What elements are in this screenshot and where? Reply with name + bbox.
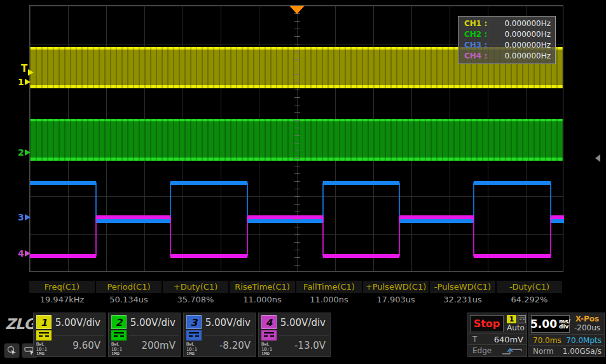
horizontal-position-cell[interactable]: X-Pos -200us [571,314,603,332]
channel-marker-2[interactable]: 2 [18,147,31,158]
measurement-label: -PulseWD(C1) [430,281,495,293]
timebase-block[interactable]: 5.00 ms/div X-Pos -200us 70.0ms 70.0Mpts… [528,313,605,357]
trigger-type-label: Edge [472,346,492,355]
measurement-value: 32.231us [430,293,495,306]
channel-number-badge[interactable]: 4 [261,315,277,329]
channel-offset-value: -13.0V [294,340,326,351]
channel-block-ch1[interactable]: 1BwL10:11MΩ5.00V/div9.60V [33,313,106,357]
measurement-column: +PulseWD(C1)17.903us [363,281,429,306]
sample-rate-value: 1.00GSa/s [563,347,602,356]
measurement-value: 19.947kHz [29,293,95,306]
trigger-position-marker-icon[interactable] [289,6,305,14]
measurement-label: RiseTime(C1) [230,281,295,293]
trigger-level-title: T [472,335,477,344]
channel-marker-number: 2 [18,147,24,158]
channel-probe-info: BwL10:11MΩ [36,342,47,357]
freq-channel-label: CH4 : [464,51,487,62]
channel-number-badge[interactable]: 1 [36,315,52,329]
center-axis-ticks [294,6,300,271]
channel-marker-arrow-icon [25,214,31,220]
sample-info-row: Norm 1.00GSa/s [529,345,604,356]
trigger-mode-label[interactable]: Auto [505,323,527,332]
channel-probe-info: BwL10:11MΩ [111,342,122,357]
dc-coupling-icon [261,330,277,340]
measurement-column: -Duty(C1)64.292% [497,281,562,306]
trigger-level-arrow-icon[interactable] [28,69,34,76]
oscilloscope-screen: T 1234 CH1 :0.000000HzCH2 :0.000000HzCH3… [0,0,606,364]
channel-marker-4[interactable]: 4 [18,248,31,259]
volts-per-div-value: 5.00V/div [205,317,251,328]
freq-channel-value: 0.000000Hz [504,18,551,29]
channel-marker-number: 4 [18,248,24,259]
channel-offset-value: -8.20V [219,340,251,351]
channel-block-divider [54,335,104,336]
freq-channel-label: CH1 : [464,18,487,29]
acquisition-status-badge[interactable]: Stop [470,315,504,332]
volts-per-div-value: 5.00V/div [55,317,100,328]
capture-info-row: 70.0ms 70.0Mpts [529,334,604,345]
channel-marker-3[interactable]: 3 [18,212,31,222]
timebase-scale-box[interactable]: 5.00 ms/div [531,315,570,333]
channel-number-badge[interactable]: 2 [111,315,127,329]
measurement-label: Period(C1) [96,281,162,293]
touch-gesture-button[interactable] [4,343,20,358]
freq-readout-row: CH2 :0.000000Hz [464,29,551,40]
channel-marker-number: 1 [18,77,24,87]
measurement-value: 64.292% [497,293,562,306]
capture-window-value: 70.0ms [533,336,561,345]
measurement-value: 11.000ns [296,293,362,306]
status-bar: ZLG® 1BwL10:11MΩ5.00V/div9.60V2BwL10:11M… [0,309,606,364]
channel-block-divider [204,335,254,336]
trigger-status-block[interactable]: Stop 1 Auto T 640mV Edge [467,313,527,357]
measurement-column: Freq(C1)19.947kHz [29,281,95,306]
channel-probe-info: BwL10:11MΩ [261,342,272,357]
channel-number-badge[interactable]: 3 [186,315,202,329]
channel-block-ch3[interactable]: 3BwL10:11MΩ5.00V/div-8.20V [183,313,256,357]
channel-marker-1[interactable]: 1 [18,77,31,87]
volts-per-div-value: 5.00V/div [280,317,326,328]
freq-readout-row: CH3 :0.000000Hz [464,40,551,51]
trigger-level-value: 640mV [494,335,523,344]
xpos-value: -200us [571,323,603,332]
channel-block-ch4[interactable]: 4BwL10:11MΩ5.00V/div-13.0V [258,313,331,357]
channel-block-divider [129,335,179,336]
measurement-value: 50.134us [96,293,162,306]
measurement-value: 35.708% [163,293,228,306]
measurement-value: 17.903us [363,293,429,306]
freq-channel-value: 0.000000Hz [504,51,551,62]
measurement-label: FallTime(C1) [296,281,362,293]
menu-collapse-arrow-icon[interactable] [595,154,600,162]
channel-block-ch2[interactable]: 2BwL10:11MΩ5.00V/div200mV [108,313,181,357]
xpos-label: X-Pos [571,314,603,323]
channel-block-divider [279,335,329,336]
rising-edge-icon [501,346,524,358]
memory-depth-value: 70.0Mpts [566,336,602,345]
measurement-label: +Duty(C1) [163,281,228,293]
measurement-label: +PulseWD(C1) [363,281,429,293]
channel-offset-value: 200mV [141,340,176,351]
measurement-value: 11.000ns [230,293,295,306]
channel-marker-arrow-icon [25,79,31,85]
freq-channel-value: 0.000000Hz [504,29,551,40]
trigger-source-badge[interactable]: 1 [507,315,516,323]
timebase-scale-value: 5.00 [530,318,557,330]
channel-marker-number: 3 [18,212,24,222]
channel-probe-info: BwL10:11MΩ [186,342,197,357]
dc-coupling-icon [36,330,52,340]
timebase-scale-unit: ms/div [559,319,570,329]
volts-per-div-value: 5.00V/div [130,317,176,328]
measurement-label: Freq(C1) [29,281,95,293]
trigger-coupling-dc-icon [518,315,526,323]
freq-readout-row: CH1 :0.000000Hz [464,18,551,29]
channel-offset-value: 9.60V [72,340,100,351]
freq-readout-row: CH4 :0.000000Hz [464,51,551,62]
trigger-level-marker[interactable]: T [21,63,27,74]
channel-marker-arrow-icon [25,250,31,257]
trigger-type-row[interactable]: Edge [468,344,527,356]
acquisition-mode-label: Norm [533,347,554,356]
trigger-level-row[interactable]: T 640mV [468,333,527,344]
freq-channel-label: CH3 : [464,40,487,51]
measurement-label: -Duty(C1) [497,281,562,293]
measurement-column: FallTime(C1)11.000ns [296,281,362,306]
dc-coupling-icon [186,330,202,340]
